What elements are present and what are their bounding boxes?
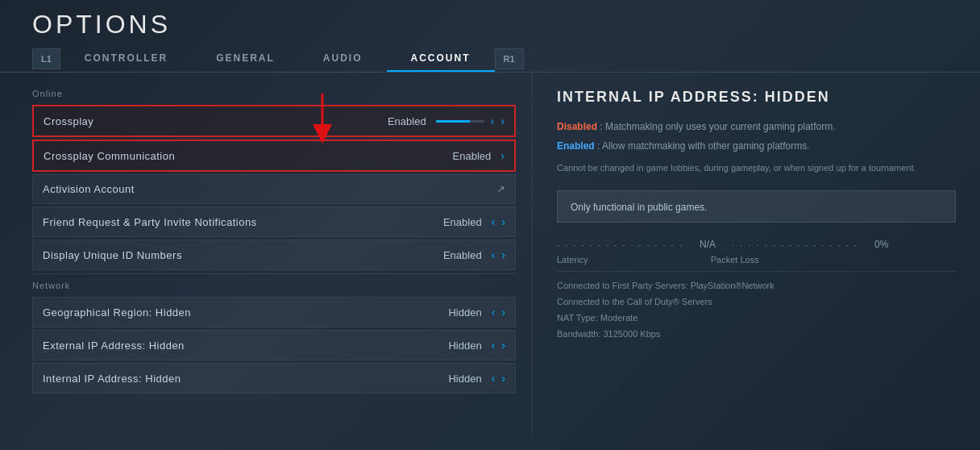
info-title: INTERNAL IP ADDRESS: HIDDEN bbox=[557, 89, 956, 106]
display-uid-value: Enabled bbox=[443, 249, 482, 261]
geo-arrow-left[interactable]: ‹ bbox=[492, 306, 496, 319]
display-uid-arrows: ‹ › bbox=[492, 248, 505, 261]
external-ip-value: Hidden bbox=[448, 340, 481, 352]
crossplay-comm-arrow-right[interactable]: › bbox=[500, 149, 505, 162]
crossplay-comm-label: Crossplay Communication bbox=[44, 150, 453, 162]
tab-audio[interactable]: AUDIO bbox=[299, 46, 387, 72]
crossplay-row[interactable]: Crossplay Enabled ‹ › bbox=[32, 105, 516, 137]
left-panel: Online Crossplay Enabled ‹ › bbox=[0, 73, 532, 438]
stat-divider bbox=[557, 271, 956, 272]
internal-ip-arrows: ‹ › bbox=[492, 372, 505, 385]
display-uid-row[interactable]: Display Unique ID Numbers Enabled ‹ › bbox=[32, 240, 516, 270]
packet-dashes: - - - - - - - - - - - - - - - - bbox=[732, 240, 858, 249]
bumper-right: R1 bbox=[495, 48, 524, 69]
info-line-enabled: Enabled : Allow matchmaking with other g… bbox=[557, 138, 956, 154]
server-line-1: Connected to the Call of Duty® Servers bbox=[557, 294, 956, 310]
external-ip-label: External IP Address: Hidden bbox=[43, 340, 448, 352]
latency-stat-row: - - - - - - - - - - - - - - - - N/A - - … bbox=[557, 239, 956, 250]
internal-ip-value: Hidden bbox=[448, 373, 481, 385]
right-panel: INTERNAL IP ADDRESS: HIDDEN Disabled : M… bbox=[532, 73, 980, 438]
main-content: OPTIONS L1 CONTROLLER GENERAL AUDIO ACCO… bbox=[0, 0, 980, 450]
external-link-icon: ↗ bbox=[496, 183, 505, 195]
header: OPTIONS bbox=[0, 0, 980, 40]
geo-arrow-right[interactable]: › bbox=[501, 306, 505, 319]
friend-request-arrow-left[interactable]: ‹ bbox=[492, 215, 496, 228]
friend-request-row[interactable]: Friend Request & Party Invite Notificati… bbox=[32, 206, 516, 237]
internal-ip-row[interactable]: Internal IP Address: Hidden Hidden ‹ › bbox=[32, 363, 516, 394]
section-network-label: Network bbox=[32, 281, 516, 290]
display-uid-arrow-left[interactable]: ‹ bbox=[492, 248, 496, 261]
keyword-disabled: Disabled bbox=[557, 121, 597, 132]
functional-box: Only functional in public games. bbox=[557, 190, 956, 223]
friend-request-arrow-right[interactable]: › bbox=[501, 215, 505, 228]
geo-region-row[interactable]: Geographical Region: Hidden Hidden ‹ › bbox=[32, 297, 516, 327]
activision-account-row[interactable]: Activision Account ↗ bbox=[32, 174, 516, 204]
server-line-0: Connected to First Party Servers: PlaySt… bbox=[557, 278, 956, 294]
geo-region-value: Hidden bbox=[448, 306, 481, 319]
latency-label: Latency bbox=[557, 255, 588, 265]
display-uid-arrow-right[interactable]: › bbox=[501, 248, 505, 261]
functional-box-text: Only functional in public games. bbox=[571, 202, 707, 213]
crossplay-progress-fill bbox=[436, 120, 470, 123]
section-divider bbox=[32, 273, 516, 274]
crossplay-comm-value: Enabled bbox=[453, 150, 492, 162]
bumper-left: L1 bbox=[32, 48, 60, 69]
friend-request-value: Enabled bbox=[443, 216, 482, 228]
ext-ip-arrow-left[interactable]: ‹ bbox=[492, 339, 496, 352]
server-info: Connected to First Party Servers: PlaySt… bbox=[557, 278, 956, 342]
crossplay-label: Crossplay bbox=[44, 115, 388, 127]
int-ip-arrow-right[interactable]: › bbox=[501, 372, 505, 385]
server-line-3: Bandwidth: 3125000 Kbps bbox=[557, 327, 956, 343]
tab-account[interactable]: ACCOUNT bbox=[387, 46, 495, 72]
crossplay-progress bbox=[436, 120, 484, 123]
activision-label: Activision Account bbox=[43, 183, 496, 195]
tab-general[interactable]: GENERAL bbox=[192, 46, 299, 72]
crossplay-arrows: ‹ › bbox=[491, 115, 505, 127]
info-line-disabled: Disabled : Matchmaking only uses your cu… bbox=[557, 119, 956, 135]
friend-request-arrows: ‹ › bbox=[492, 215, 505, 228]
crossplay-comm-arrows: › bbox=[500, 149, 505, 162]
main-layout: Online Crossplay Enabled ‹ › bbox=[0, 73, 980, 438]
keyword-enabled: Enabled bbox=[557, 140, 595, 152]
network-stats: - - - - - - - - - - - - - - - - N/A - - … bbox=[557, 239, 956, 265]
stat-labels-row: Latency Packet Loss bbox=[557, 255, 956, 265]
section-online-label: Online bbox=[32, 89, 516, 98]
external-ip-row[interactable]: External IP Address: Hidden Hidden ‹ › bbox=[32, 330, 516, 360]
display-uid-label: Display Unique ID Numbers bbox=[43, 249, 443, 261]
info-line-disabled-text: : Matchmaking only uses your current gam… bbox=[600, 121, 835, 132]
crossplay-arrow-left[interactable]: ‹ bbox=[491, 115, 495, 127]
server-line-2: NAT Type: Moderate bbox=[557, 310, 956, 327]
packet-label: Packet Loss bbox=[711, 255, 759, 265]
internal-ip-label: Internal IP Address: Hidden bbox=[43, 373, 448, 385]
info-note: Cannot be changed in game lobbies, durin… bbox=[557, 161, 956, 175]
latency-dashes: - - - - - - - - - - - - - - - - bbox=[557, 240, 683, 249]
crossplay-arrow-right[interactable]: › bbox=[500, 115, 505, 127]
geo-region-arrows: ‹ › bbox=[492, 306, 505, 319]
info-line-enabled-text: : Allow matchmaking with other gaming pl… bbox=[597, 140, 809, 152]
int-ip-arrow-left[interactable]: ‹ bbox=[492, 372, 496, 385]
tabs-bar: L1 CONTROLLER GENERAL AUDIO ACCOUNT R1 bbox=[0, 40, 980, 73]
latency-value: N/A bbox=[700, 239, 716, 250]
friend-request-label: Friend Request & Party Invite Notificati… bbox=[43, 216, 443, 228]
geo-region-label: Geographical Region: Hidden bbox=[43, 306, 448, 319]
crossplay-comm-row[interactable]: Crossplay Communication Enabled › bbox=[32, 140, 516, 172]
page-title: OPTIONS bbox=[32, 10, 171, 40]
ext-ip-arrow-right[interactable]: › bbox=[501, 339, 505, 352]
tab-controller[interactable]: CONTROLLER bbox=[60, 46, 192, 72]
crossplay-value: Enabled bbox=[388, 115, 426, 127]
packet-value: 0% bbox=[874, 239, 888, 250]
external-ip-arrows: ‹ › bbox=[492, 339, 505, 352]
